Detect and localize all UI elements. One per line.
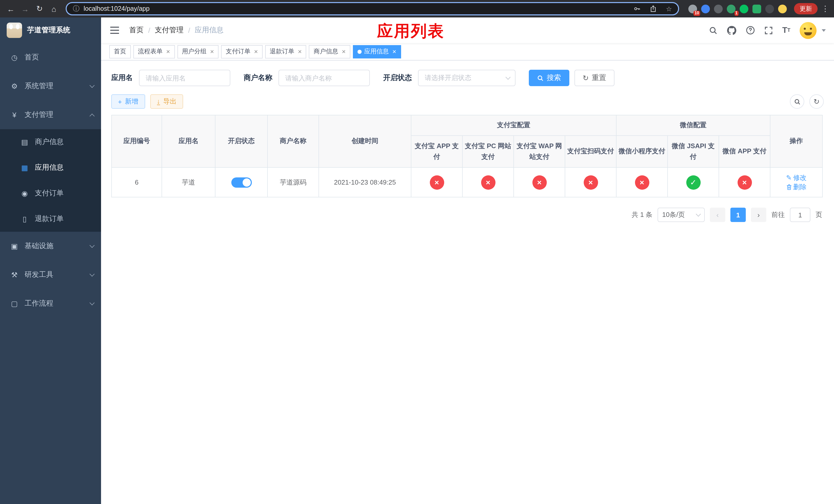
extension-badge: 10 (694, 10, 700, 16)
sidebar-item-merchant-info[interactable]: ▤ 商户信息 (0, 129, 101, 155)
tab-payment-orders[interactable]: 支付订单 × (221, 45, 262, 58)
document-icon: ▯ (21, 215, 29, 223)
refresh-table-button[interactable]: ↻ (809, 94, 824, 109)
bookmark-star-icon[interactable]: ☆ (666, 5, 672, 13)
avatar-caret-icon[interactable] (822, 29, 826, 31)
toggle-search-button[interactable] (790, 94, 804, 109)
config-status-icon: × (635, 175, 649, 189)
config-status-icon: × (737, 175, 752, 189)
status-label: 开启状态 (383, 73, 412, 83)
sidebar-logo[interactable]: 芋道管理系统 (0, 18, 101, 43)
col-header-alipay-wap: 支付宝 WAP 网站支付 (514, 136, 565, 167)
sidebar-item-label: 首页 (25, 53, 94, 62)
user-avatar[interactable] (799, 22, 816, 39)
status-select[interactable]: 请选择开启状态 (418, 70, 515, 86)
browser-extension-icon[interactable] (740, 4, 748, 13)
browser-extension-icon[interactable] (701, 4, 710, 13)
breadcrumb-payment[interactable]: 支付管理 (155, 26, 184, 35)
sidebar-collapse-icon[interactable] (110, 30, 119, 31)
github-icon[interactable] (727, 25, 737, 35)
delete-link[interactable]: 删除 (786, 182, 807, 191)
tab-app-info[interactable]: 应用信息 × (353, 45, 401, 58)
extensions-area: 10 1 (688, 4, 787, 13)
col-header-status: 开启状态 (215, 115, 267, 167)
prev-page-button[interactable]: ‹ (710, 208, 725, 222)
chevron-down-icon (89, 83, 95, 88)
help-icon[interactable] (746, 26, 755, 35)
fullscreen-icon[interactable] (764, 26, 773, 35)
sidebar-item-workflow[interactable]: ▢ 工作流程 (0, 289, 101, 318)
page-size-value: 10条/页 (662, 210, 685, 220)
chevron-down-icon (696, 211, 701, 216)
add-button-label: 新增 (125, 97, 138, 106)
tools-icon: ⚒ (10, 271, 19, 279)
card-icon: ▤ (21, 138, 29, 146)
font-size-icon[interactable]: TT (782, 26, 790, 35)
sidebar-item-label: 研发工具 (25, 270, 84, 279)
browser-reload-icon[interactable]: ↻ (33, 2, 46, 15)
navbar-actions: TT (709, 22, 826, 39)
browser-forward-icon[interactable]: → (19, 2, 32, 15)
tab-close-icon[interactable]: × (166, 48, 170, 55)
reset-button[interactable]: ↻ 重置 (574, 70, 614, 86)
url-text[interactable]: localhost:1024/pay/app (84, 5, 150, 12)
browser-update-button[interactable]: 更新 (794, 3, 818, 14)
sidebar-item-system[interactable]: ⚙ 系统管理 (0, 72, 101, 100)
sidebar-item-home[interactable]: ◷ 首页 (0, 43, 101, 72)
sidebar-item-payment-orders[interactable]: ◉ 支付订单 (0, 181, 101, 206)
sidebar-item-infrastructure[interactable]: ▣ 基础设施 (0, 232, 101, 260)
edit-link[interactable]: ✎修改 (786, 173, 807, 182)
browser-profile-avatar[interactable] (778, 4, 787, 13)
tab-close-icon[interactable]: × (298, 48, 302, 55)
merchant-name-input[interactable] (279, 70, 370, 86)
search-form: 应用名 商户名称 开启状态 请选择开启状态 (111, 70, 824, 86)
tab-merchant-info[interactable]: 商户信息 × (309, 45, 350, 58)
sidebar-item-payment[interactable]: ¥ 支付管理 (0, 100, 101, 129)
browser-extension-icon[interactable] (765, 4, 774, 13)
sidebar-item-label: 系统管理 (25, 82, 84, 91)
browser-extension-icon[interactable] (714, 4, 723, 13)
page-number-button[interactable]: 1 (730, 208, 746, 222)
sidebar-item-label: 支付订单 (35, 189, 94, 198)
tab-label: 用户分组 (182, 47, 206, 56)
tab-close-icon[interactable]: × (254, 48, 258, 55)
tab-refund-orders[interactable]: 退款订单 × (265, 45, 306, 58)
status-toggle[interactable] (231, 177, 251, 187)
page-size-select[interactable]: 10条/页 (658, 208, 705, 222)
share-icon[interactable] (650, 5, 657, 12)
sidebar-item-dev-tools[interactable]: ⚒ 研发工具 (0, 260, 101, 289)
download-icon: ↓ (157, 98, 160, 105)
tab-close-icon[interactable]: × (342, 48, 346, 55)
browser-back-icon[interactable]: ← (4, 2, 18, 15)
site-info-icon[interactable]: ⓘ (73, 4, 80, 13)
search-button[interactable]: 搜索 (529, 70, 569, 86)
browser-extension-icon[interactable]: 1 (727, 4, 736, 13)
export-button[interactable]: ↓ 导出 (150, 94, 183, 109)
col-header-alipay-qr: 支付宝扫码支付 (565, 136, 616, 167)
col-header-wechat-jsapi: 微信 JSAPI 支付 (667, 136, 719, 167)
sidebar-item-app-info[interactable]: ▦ 应用信息 (0, 155, 101, 181)
browser-extension-icon[interactable] (752, 4, 761, 13)
browser-menu-icon[interactable]: ⋮ (821, 4, 830, 13)
add-button[interactable]: + 新增 (111, 94, 145, 109)
cell-app-id: 6 (112, 167, 162, 197)
breadcrumb-current: 应用信息 (195, 26, 224, 35)
browser-home-icon[interactable]: ⌂ (47, 2, 61, 15)
app-name-input[interactable] (139, 70, 230, 86)
search-icon[interactable] (709, 26, 718, 35)
breadcrumb: 首页 / 支付管理 / 应用信息 (129, 26, 224, 35)
next-page-button[interactable]: › (751, 208, 766, 222)
tab-home[interactable]: 首页 (109, 45, 131, 58)
password-key-icon[interactable] (634, 5, 641, 12)
pencil-icon: ✎ (786, 174, 792, 182)
tab-user-group[interactable]: 用户分组 × (177, 45, 219, 58)
breadcrumb-home[interactable]: 首页 (129, 26, 144, 35)
tab-close-icon[interactable]: × (392, 48, 396, 55)
sidebar-item-refund-orders[interactable]: ▯ 退款订单 (0, 206, 101, 232)
extensions-puzzle-icon[interactable]: 10 (688, 4, 697, 13)
tab-process-form[interactable]: 流程表单 × (133, 45, 175, 58)
tab-close-icon[interactable]: × (210, 48, 214, 55)
address-bar[interactable]: ⓘ localhost:1024/pay/app ☆ (66, 2, 679, 15)
goto-page-input[interactable] (790, 208, 810, 222)
merchant-name-label: 商户名称 (244, 73, 272, 83)
